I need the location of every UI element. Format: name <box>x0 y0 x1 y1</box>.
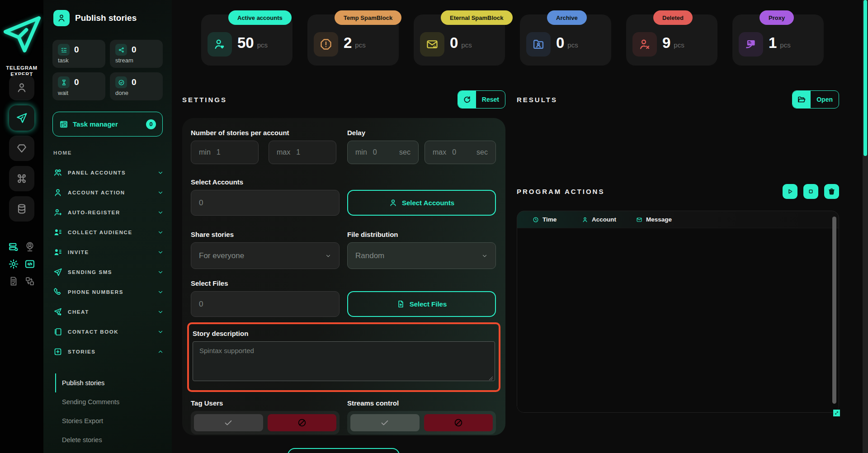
sidebar-item-collect-audience[interactable]: COLLECT AUDIENCE <box>53 222 164 242</box>
selected-files-count[interactable]: 0 <box>191 291 340 317</box>
sidebar-item-invite[interactable]: INVITE <box>53 242 164 262</box>
sidebar-item-cheat[interactable]: CHEAT <box>53 302 164 322</box>
chevron-down-icon <box>157 329 164 335</box>
person-lines-icon <box>53 248 62 257</box>
checklist-icon <box>58 44 70 56</box>
settings-title: SETTINGS <box>182 96 227 104</box>
streams-control-off[interactable] <box>424 414 493 431</box>
page-scrollbar-track[interactable] <box>863 0 868 453</box>
chevron-down-icon <box>325 253 331 259</box>
person-node-icon[interactable] <box>24 241 35 252</box>
table-header: Time Account Message <box>517 211 839 228</box>
selected-accounts-count[interactable]: 0 <box>191 190 340 216</box>
streams-control-label: Streams control <box>347 399 496 407</box>
diamond-icon <box>16 142 28 154</box>
results-title: RESULTS <box>517 96 557 104</box>
rail-premium-button[interactable] <box>9 136 34 161</box>
task-manager-badge: 0 <box>146 119 156 129</box>
rail-database-button[interactable] <box>9 196 34 222</box>
page-scrollbar-thumb[interactable] <box>863 0 867 156</box>
story-description-highlight: Story description <box>187 322 500 392</box>
server-check-icon[interactable] <box>8 241 19 252</box>
sidebar-item-account-action[interactable]: ACCOUNT ACTION <box>53 183 164 203</box>
rail-sender-button[interactable] <box>9 105 34 131</box>
plane-badge-icon <box>53 307 62 316</box>
users-icon <box>53 168 62 177</box>
delay-max-input[interactable]: max0sec <box>425 141 496 164</box>
column-message: Message <box>636 216 672 223</box>
sidebar-item-auto-register[interactable]: AUTO-REGISTER <box>53 203 164 222</box>
program-actions-title: PROGRAM ACTIONS <box>517 188 604 195</box>
tag-users-off[interactable] <box>268 414 337 431</box>
play-button[interactable] <box>783 184 797 199</box>
person-x-icon <box>632 32 657 57</box>
stat-stream-value: 0 <box>132 45 137 55</box>
person-icon <box>16 82 28 94</box>
tag-users-label: Tag Users <box>191 399 340 407</box>
rail-profile-button[interactable] <box>9 75 34 100</box>
open-results-button[interactable]: Open <box>792 90 839 109</box>
stat-done-label: done <box>115 90 157 96</box>
stop-button[interactable] <box>803 184 818 199</box>
actions-log-table-wrap: Time Account Message <box>517 211 839 413</box>
stories-min-input[interactable]: min1 <box>191 141 259 164</box>
table-scrollbar-thumb[interactable] <box>832 217 836 404</box>
table-resize-handle[interactable] <box>833 410 840 416</box>
select-accounts-button[interactable]: Select Accounts <box>347 190 496 216</box>
app-logo: TELEGRAM EXPERT <box>0 5 43 63</box>
file-distribution-select[interactable]: Random <box>347 242 496 269</box>
settings-panel: Number of stories per account Delay min1… <box>182 118 505 435</box>
rail-commands-button[interactable] <box>9 166 34 191</box>
delay-min-input[interactable]: min0sec <box>347 141 419 164</box>
card-eternal-spamblock: Eternal SpamBlock 0pcs <box>414 14 505 66</box>
tag-users-on[interactable] <box>194 414 263 431</box>
trash-icon <box>828 188 835 195</box>
sidebar-item-stories[interactable]: STORIES <box>53 342 164 362</box>
resize-grip-icon[interactable] <box>488 376 493 381</box>
stat-task-value: 0 <box>74 45 79 55</box>
mail-alert-icon <box>420 32 444 57</box>
brand-line1: TELEGRAM <box>0 65 43 71</box>
sidebar-item-panel-accounts[interactable]: PANEL ACCOUNTS <box>53 163 164 183</box>
select-files-button[interactable]: Select Files <box>347 291 496 317</box>
notebook-icon <box>53 327 62 336</box>
sidebar-menu: HOME PANEL ACCOUNTS ACCOUNT ACTION AUTO-… <box>53 143 164 362</box>
command-icon <box>16 173 28 184</box>
reset-button[interactable]: Reset <box>458 90 505 109</box>
file-distribution-label: File distribution <box>347 231 496 238</box>
sidebar-item-sending-sms[interactable]: SENDING SMS <box>53 262 164 282</box>
submenu-publish-stories[interactable]: Publish stories <box>55 373 172 392</box>
streams-control-on[interactable] <box>350 414 420 431</box>
sidebar-item-contact-book[interactable]: CONTACT BOOK <box>53 322 164 342</box>
submenu-stories-export[interactable]: Stories Export <box>55 411 172 430</box>
page-header: Publish stories <box>53 10 172 26</box>
stories-max-input[interactable]: max1 <box>269 141 336 164</box>
share-stories-select[interactable]: For everyone <box>191 242 340 269</box>
column-time: Time <box>533 216 582 223</box>
doc-check-icon[interactable] <box>8 276 19 287</box>
check-circle-icon <box>115 76 127 88</box>
sidebar-item-phone-numbers[interactable]: PHONE NUMBERS <box>53 282 164 302</box>
share-icon <box>115 44 127 56</box>
swap-icon[interactable] <box>24 276 35 287</box>
card-unit: pcs <box>780 41 790 49</box>
card-value: 50 <box>237 34 254 52</box>
code-window-icon[interactable] <box>24 259 35 269</box>
proxy-icon <box>739 32 763 57</box>
page-header-badge <box>53 10 70 26</box>
submenu-sending-comments[interactable]: Sending Comments <box>55 392 172 411</box>
clear-log-button[interactable] <box>824 184 839 199</box>
chevron-down-icon <box>157 189 164 196</box>
sidebar-item-home[interactable]: HOME <box>53 143 164 163</box>
start-button-partial[interactable] <box>288 448 400 453</box>
story-description-textarea[interactable] <box>193 341 495 381</box>
gear-icon[interactable] <box>8 259 19 269</box>
submenu-delete-stories[interactable]: Delete stories <box>55 430 172 449</box>
paper-plane-logo-icon <box>0 5 43 63</box>
card-unit: pcs <box>257 41 268 49</box>
stories-per-account-label: Number of stories per account <box>191 129 340 137</box>
resize-arrows-icon <box>835 411 839 415</box>
stat-task: 0 task <box>52 40 105 68</box>
select-accounts-label: Select Accounts <box>191 178 497 186</box>
task-manager-button[interactable]: Task manager 0 <box>52 112 163 137</box>
